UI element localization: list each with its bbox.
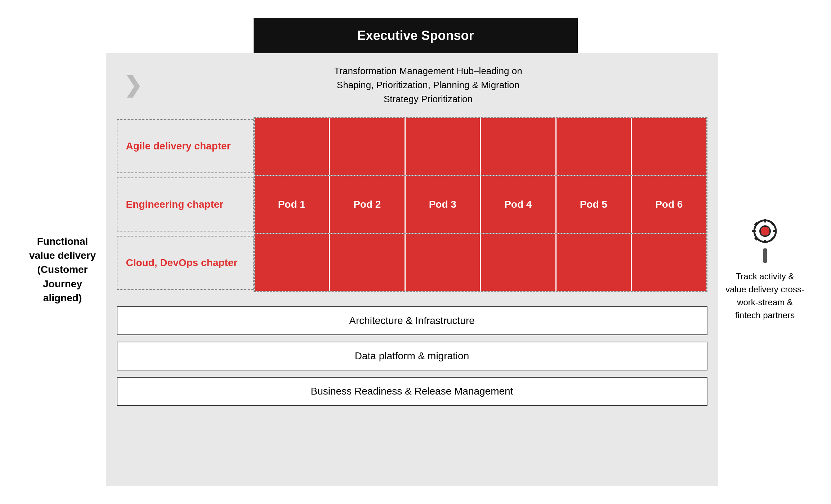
pod-2-cell: Pod 2 [330, 176, 406, 233]
pod-cell-bot-1 [255, 234, 330, 291]
bottom-boxes: Architecture & Infrastructure Data platf… [117, 306, 707, 406]
gear-icon-group [751, 217, 779, 263]
pod-cell-top-4 [481, 118, 557, 175]
pod-5-label: Pod 5 [580, 199, 607, 210]
pod-3-label: Pod 3 [429, 199, 456, 210]
gear-stick [763, 248, 767, 263]
biz-readiness-box: Business Readiness & Release Management [117, 377, 707, 406]
pod-2-label: Pod 2 [353, 199, 381, 210]
pod-cell-top-1 [255, 118, 330, 175]
pod-cell-bot-4 [481, 234, 557, 291]
svg-rect-9 [754, 237, 758, 240]
main-content: Functional value delivery (Customer Jour… [19, 53, 812, 486]
data-platform-label: Data platform & migration [355, 350, 469, 361]
exec-sponsor-label: Executive Sponsor [357, 28, 474, 43]
pod-cell-top-6 [632, 118, 706, 175]
svg-rect-4 [764, 240, 766, 243]
pod-cell-bot-5 [557, 234, 632, 291]
chapters-column: Agile delivery chapter Engineering chapt… [117, 117, 254, 292]
functional-value-label: Functional value delivery (Customer Jour… [27, 234, 99, 305]
data-platform-box: Data platform & migration [117, 342, 707, 370]
pod-1-label: Pod 1 [278, 199, 305, 210]
pod-4-cell: Pod 4 [481, 176, 557, 233]
pods-row-top [255, 118, 706, 176]
pod-6-cell: Pod 6 [632, 176, 706, 233]
right-label-area: Track activity & value delivery cross-wo… [718, 53, 812, 486]
engineering-chapter-label: Engineering chapter [126, 199, 224, 210]
svg-rect-6 [773, 230, 777, 232]
main-canvas: Executive Sponsor Functional value deliv… [19, 18, 812, 486]
tmh-chevron-icon: ❯ [124, 75, 142, 96]
pod-3-cell: Pod 3 [406, 176, 481, 233]
tmh-row: ❯ Transformation Management Hub–leading … [117, 53, 707, 117]
svg-rect-3 [764, 219, 766, 222]
pod-cell-top-3 [406, 118, 481, 175]
arch-infra-box: Architecture & Infrastructure [117, 306, 707, 335]
pod-6-label: Pod 6 [655, 199, 683, 210]
pod-4-label: Pod 4 [504, 199, 532, 210]
agile-chapter-label: Agile delivery chapter [126, 140, 231, 152]
chapters-pods-grid: Agile delivery chapter Engineering chapt… [117, 117, 707, 292]
pod-cell-bot-2 [330, 234, 406, 291]
svg-rect-5 [752, 230, 756, 232]
gear-icon [751, 217, 779, 246]
pods-grid: Pod 1 Pod 2 Pod 3 Pod 4 Pod 5 [254, 117, 707, 292]
left-label-area: Functional value delivery (Customer Jour… [19, 53, 106, 486]
chapter-cell-cloud: Cloud, DevOps chapter [117, 236, 254, 290]
pod-cell-top-2 [330, 118, 406, 175]
chapter-cell-engineering: Engineering chapter [117, 177, 254, 231]
track-activity-label: Track activity & value delivery cross-wo… [725, 270, 805, 322]
arch-infra-label: Architecture & Infrastructure [349, 315, 475, 326]
pod-cell-top-5 [557, 118, 632, 175]
pod-cell-bot-6 [632, 234, 706, 291]
tmh-description: Transformation Management Hub–leading on… [149, 64, 707, 106]
pod-cell-bot-3 [406, 234, 481, 291]
pods-row-bottom [255, 234, 706, 291]
pod-5-cell: Pod 5 [557, 176, 632, 233]
pods-row-middle: Pod 1 Pod 2 Pod 3 Pod 4 Pod 5 [255, 176, 706, 234]
chapter-cell-agile: Agile delivery chapter [117, 119, 254, 173]
biz-readiness-label: Business Readiness & Release Management [311, 386, 513, 397]
center-diagram: ❯ Transformation Management Hub–leading … [106, 53, 718, 486]
cloud-chapter-label: Cloud, DevOps chapter [126, 257, 238, 269]
exec-sponsor-banner: Executive Sponsor [254, 18, 578, 53]
svg-point-2 [761, 227, 769, 235]
pod-1-cell: Pod 1 [255, 176, 330, 233]
